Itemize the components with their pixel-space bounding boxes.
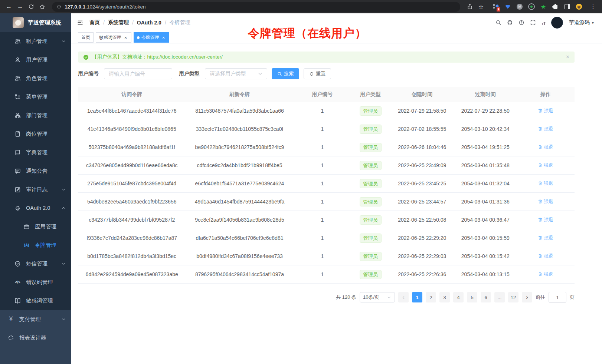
- oauth-icon: [14, 205, 21, 211]
- cell-user-id: 1: [294, 253, 351, 259]
- tab-close-icon[interactable]: ×: [123, 35, 128, 40]
- page-number-button[interactable]: 6: [481, 292, 491, 302]
- reload-icon[interactable]: [26, 1, 36, 12]
- cell-expires-at: 2054-03-04 00:15:42: [454, 253, 516, 259]
- search-icon[interactable]: [495, 20, 501, 26]
- page-number-button[interactable]: 4: [453, 292, 464, 302]
- page-number-button[interactable]: 12: [508, 292, 518, 302]
- site-info-icon[interactable]: [57, 4, 61, 9]
- extension-puzzle-icon[interactable]: [552, 3, 559, 10]
- prev-page-button[interactable]: ‹: [398, 292, 409, 302]
- tab-active[interactable]: 令牌管理×: [134, 32, 169, 43]
- cell-access-token: b0d1785bc3a8482f812db4a3f3bd15ec: [78, 253, 186, 259]
- next-page-button[interactable]: ›: [522, 292, 532, 302]
- fullscreen-icon[interactable]: [530, 20, 536, 26]
- back-icon[interactable]: ←: [4, 1, 14, 12]
- extension-blue-diamond-icon[interactable]: 9: [493, 3, 499, 10]
- active-tab-dot: [137, 36, 140, 39]
- cell-action: 强退: [516, 216, 575, 224]
- goto-page-input[interactable]: [549, 292, 566, 303]
- help-icon[interactable]: [518, 20, 524, 26]
- cell-expires-at: 2054-03-04 01:32:04: [454, 181, 516, 186]
- sidebar-item[interactable]: 用户管理: [0, 50, 71, 69]
- breadcrumb-item[interactable]: 系统管理: [108, 19, 129, 26]
- sidebar-item[interactable]: 部门管理: [0, 106, 71, 125]
- alert-close-icon[interactable]: ×: [566, 54, 569, 60]
- sidebar-item[interactable]: 租户管理: [0, 32, 71, 50]
- user-id-input[interactable]: [104, 68, 172, 79]
- user-avatar[interactable]: [551, 17, 563, 29]
- sidebar-item[interactable]: 应用管理: [0, 217, 71, 236]
- force-logout-button[interactable]: 强退: [538, 271, 553, 278]
- sidebar-item-label: 菜单管理: [26, 93, 48, 100]
- tab-close-icon[interactable]: ×: [161, 35, 166, 40]
- home-icon[interactable]: [37, 1, 48, 12]
- cell-refresh-token: b0df4980ffd34c67a08f9156e4eee733: [186, 253, 293, 259]
- sidebar-item[interactable]: 字典管理: [0, 143, 71, 162]
- force-logout-button[interactable]: 强退: [538, 107, 553, 114]
- extension-gem-icon[interactable]: [504, 3, 511, 10]
- reset-button-label: 重置: [316, 70, 325, 77]
- sidebar-item[interactable]: </>错误码管理: [0, 273, 71, 291]
- cell-expires-at: 2054-03-04 19:51:25: [454, 144, 516, 150]
- force-logout-button[interactable]: 强退: [538, 253, 553, 259]
- force-logout-button[interactable]: 强退: [538, 126, 553, 132]
- username[interactable]: 芋道源码: [569, 19, 589, 26]
- github-icon[interactable]: [507, 20, 513, 26]
- sidebar-item[interactable]: 审计日志: [0, 180, 71, 199]
- sidebar-item[interactable]: 报表设计器: [0, 328, 71, 347]
- reset-button[interactable]: 重置: [304, 68, 331, 79]
- force-logout-button[interactable]: 强退: [538, 180, 553, 187]
- breadcrumb-item[interactable]: 首页: [89, 19, 100, 26]
- sidebar-item[interactable]: 菜单管理: [0, 87, 71, 106]
- page-number-button[interactable]: 1: [412, 292, 422, 302]
- force-logout-label: 强退: [544, 253, 553, 259]
- chevron-down-icon: [257, 71, 263, 77]
- force-logout-button[interactable]: 强退: [538, 144, 553, 150]
- font-size-icon[interactable]: TT: [542, 19, 546, 27]
- sidebar-item[interactable]: 短信管理: [0, 254, 71, 273]
- sidebar-item[interactable]: (A)令牌管理: [0, 236, 71, 254]
- sidebar-item[interactable]: 角色管理: [0, 69, 71, 87]
- extension-sidepanel-icon[interactable]: [564, 3, 570, 10]
- sidebar-item[interactable]: OAuth 2.0: [0, 199, 71, 217]
- user-type-select[interactable]: 请选择用户类型: [205, 68, 267, 79]
- more-pages-button[interactable]: ...: [494, 292, 505, 302]
- table-row: f9336e7c7dd242a283ee98dc86b17a87dfa6c71a…: [78, 229, 575, 247]
- page-size-select[interactable]: 10条/页: [360, 292, 395, 302]
- force-logout-button[interactable]: 强退: [538, 198, 553, 205]
- extension-star-icon[interactable]: ★: [540, 3, 547, 10]
- doc-link[interactable]: https://doc.iocoder.cn/user-center/: [147, 54, 223, 60]
- trash-icon: [538, 254, 543, 258]
- forward-icon[interactable]: →: [15, 1, 25, 12]
- breadcrumb-separator: /: [132, 20, 134, 26]
- force-logout-button[interactable]: 强退: [538, 235, 553, 241]
- search-button-icon: [277, 72, 282, 76]
- app-logo[interactable]: 芋道管理系统: [0, 13, 71, 32]
- tab-item[interactable]: 敏感词管理×: [96, 32, 131, 43]
- force-logout-button[interactable]: 强退: [538, 216, 553, 223]
- search-button[interactable]: 搜索: [272, 68, 299, 79]
- sidebar-item[interactable]: ¥支付管理: [0, 310, 71, 328]
- share-icon[interactable]: [465, 1, 475, 12]
- extension-command-icon[interactable]: ⌘: [516, 3, 523, 10]
- page-number-button[interactable]: 2: [426, 292, 436, 302]
- trash-icon: [538, 235, 543, 240]
- sidebar-item[interactable]: 敏感词管理: [0, 291, 71, 310]
- sidebar-item-label: 部门管理: [26, 112, 48, 119]
- extension-record-icon[interactable]: [528, 3, 535, 10]
- url-bar[interactable]: 127.0.0.1:1024/system/oauth2/token: [52, 2, 460, 12]
- sidebar-item[interactable]: 通知公告: [0, 162, 71, 180]
- bookmark-star-icon[interactable]: ☆: [476, 1, 486, 12]
- page-number-button[interactable]: 3: [439, 292, 450, 302]
- sidebar-item[interactable]: 岗位管理: [0, 125, 71, 143]
- browser-menu-icon[interactable]: ⋮: [588, 1, 598, 12]
- trash-icon: [538, 181, 543, 186]
- user-type-badge: 管理员: [360, 143, 382, 152]
- force-logout-button[interactable]: 强退: [538, 162, 553, 169]
- extension-emoji-icon[interactable]: [576, 3, 582, 10]
- sidebar-collapse-icon[interactable]: [77, 20, 83, 26]
- breadcrumb-item[interactable]: OAuth 2.0: [137, 20, 161, 26]
- page-number-button[interactable]: 5: [467, 292, 477, 302]
- tab-item[interactable]: 首页: [78, 32, 94, 43]
